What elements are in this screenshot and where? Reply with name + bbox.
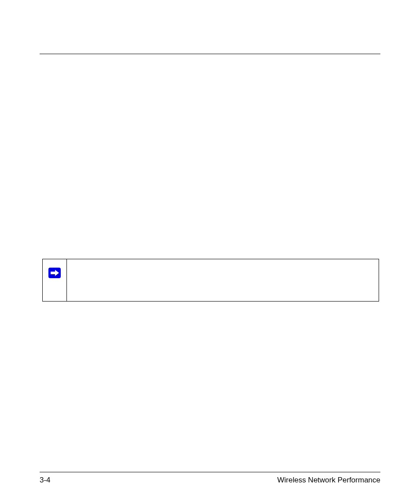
note-callout-box: [42, 259, 379, 302]
arrow-right-icon: [48, 267, 61, 279]
page-number: 3-4: [40, 476, 51, 485]
note-icon-cell: [43, 259, 67, 301]
top-horizontal-rule: [40, 54, 380, 54]
footer-section-title: Wireless Network Performance: [277, 476, 380, 485]
note-content-cell: [67, 259, 379, 301]
document-page: 3-4 Wireless Network Performance: [0, 0, 420, 504]
page-footer: 3-4 Wireless Network Performance: [40, 476, 380, 485]
bottom-horizontal-rule: [40, 472, 380, 472]
